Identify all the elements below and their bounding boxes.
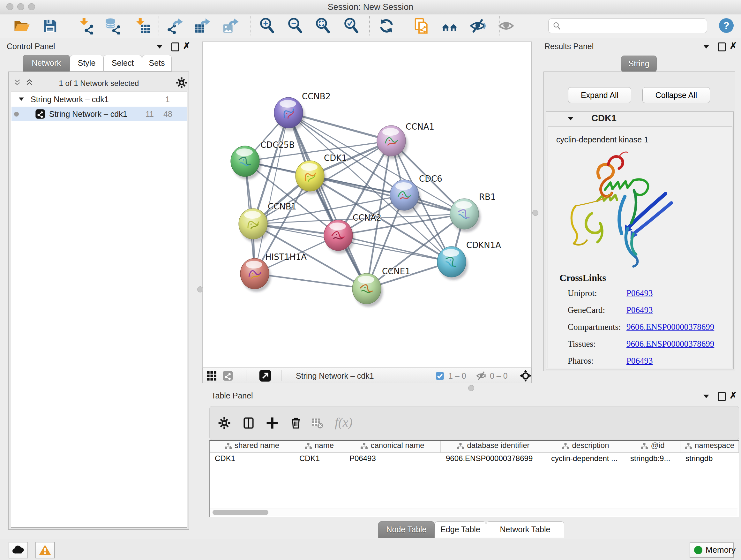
results-panel-title: Results Panel (544, 42, 594, 51)
delete-table-icon (311, 417, 323, 429)
splitter-handle[interactable] (197, 287, 203, 293)
scrollbar-thumb[interactable] (212, 510, 268, 515)
memory-label: Memory (705, 545, 736, 555)
eye-gray-icon[interactable] (497, 17, 515, 35)
zoom-out-icon[interactable] (287, 17, 304, 35)
zoom-in-icon[interactable] (259, 17, 276, 35)
network-tab-body: 1 of 1 Network selected String Network –… (8, 71, 189, 530)
selected-checkbox-icon[interactable] (435, 372, 444, 380)
crosslink-label: Pharos: (568, 356, 594, 366)
network-share-icon[interactable] (222, 370, 233, 381)
save-icon[interactable] (42, 17, 59, 35)
tab-network[interactable]: Network (23, 55, 70, 71)
column-header-database-identifier[interactable]: database identifier (441, 441, 546, 452)
table-row[interactable]: CDK1CDK1P064939606.ENSP00000378699cyclin… (210, 453, 739, 465)
pan-move-icon[interactable] (519, 369, 532, 382)
tab-edge-table[interactable]: Edge Table (434, 521, 486, 538)
network-node-HIST1H1A[interactable]: HIST1H1A (240, 252, 307, 292)
section-expander-icon[interactable] (568, 117, 574, 120)
column-header-name[interactable]: name (294, 441, 344, 452)
copy-style-icon[interactable] (413, 17, 430, 35)
control-panel: Control Panel ✗ NetworkStyleSelectSets 1… (3, 41, 190, 534)
crosslink-value-link[interactable]: P06493 (626, 305, 653, 315)
cloud-button[interactable] (9, 542, 28, 558)
network-edge[interactable] (288, 113, 367, 289)
export-table-icon[interactable] (194, 17, 211, 35)
network-node-CCNA1[interactable]: CCNA1 (377, 122, 434, 159)
network-node-RB1[interactable]: RB1 (450, 192, 495, 232)
column-header-description[interactable]: description (546, 441, 625, 452)
import-network-icon[interactable] (77, 17, 95, 35)
collapse-all-button[interactable]: Collapse All (643, 87, 710, 103)
column-header--id[interactable]: @id (625, 441, 680, 452)
tab-string[interactable]: String (621, 56, 657, 72)
crosslink-value-link[interactable]: 9606.ENSP00000378699 (626, 339, 714, 349)
add-column-icon[interactable] (265, 416, 279, 430)
column-header-namespace[interactable]: namespace (680, 441, 739, 452)
panel-menu-icon[interactable] (703, 45, 709, 49)
open-folder-icon[interactable] (13, 17, 30, 35)
import-table-icon[interactable] (134, 17, 151, 35)
warnings-button[interactable] (36, 542, 55, 558)
memory-button[interactable]: Memory (690, 543, 734, 558)
network-collection-row[interactable]: String Network – cdk1 1 (11, 92, 187, 107)
eye-slash-blue-icon[interactable] (469, 17, 486, 35)
float-panel-icon[interactable] (718, 392, 726, 401)
network-edge[interactable] (255, 113, 288, 273)
network-node-CDC6[interactable]: CDC6 (390, 174, 442, 213)
column-header-shared-name[interactable]: shared name (210, 441, 294, 452)
warning-icon (38, 543, 52, 557)
network-graph[interactable]: CCNB2 CCNA1 CDC25B (203, 42, 531, 368)
network-canvas[interactable]: CCNB2 CCNA1 CDC25B (202, 42, 532, 368)
refresh-icon[interactable] (378, 17, 395, 35)
network-node-CDC25B[interactable]: CDC25B (231, 140, 294, 179)
tab-select[interactable]: Select (104, 55, 142, 71)
tab-label: Network (31, 58, 61, 68)
collection-expander-icon[interactable] (19, 98, 24, 101)
zoom-fit-icon[interactable] (315, 17, 332, 35)
tab-style[interactable]: Style (70, 55, 104, 71)
export-network-icon[interactable] (166, 17, 184, 35)
help-button[interactable]: ? (719, 18, 734, 33)
horizontal-scrollbar[interactable] (210, 509, 738, 516)
network-list: String Network – cdk1 1 String Network –… (11, 91, 187, 528)
table-toolbar: f(x) (209, 406, 739, 440)
crosslink-value-link[interactable]: 9606.ENSP00000378699 (626, 322, 714, 332)
delete-column-trash-icon[interactable] (289, 416, 303, 430)
tab-node-table[interactable]: Node Table (378, 521, 434, 538)
network-options-gear-icon[interactable] (175, 76, 188, 89)
float-panel-icon[interactable] (172, 43, 179, 51)
network-edge[interactable] (338, 235, 452, 262)
table-settings-gear-icon[interactable] (217, 416, 231, 430)
network-node-CCNE1[interactable]: CCNE1 (352, 266, 410, 307)
panel-menu-icon[interactable] (157, 45, 162, 49)
tab-network-table[interactable]: Network Table (486, 521, 564, 538)
show-columns-icon[interactable] (242, 416, 256, 430)
splitter-handle[interactable] (532, 210, 538, 216)
panel-menu-icon[interactable] (703, 395, 709, 398)
search-input[interactable] (564, 20, 702, 31)
import-database-icon[interactable] (105, 17, 122, 35)
homes-icon[interactable] (441, 17, 459, 35)
column-header-canonical-name[interactable]: canonical name (344, 441, 441, 452)
expand-all-button[interactable]: Expand All (568, 87, 631, 103)
close-panel-icon[interactable]: ✗ (730, 42, 737, 50)
network-row[interactable]: String Network – cdk1 11 48 (11, 107, 187, 121)
detach-view-icon[interactable] (259, 369, 272, 382)
status-bar: Memory (0, 539, 741, 560)
grid-view-icon[interactable] (206, 370, 217, 381)
close-panel-icon[interactable]: ✗ (183, 42, 190, 50)
crosslink-value-link[interactable]: P06493 (626, 356, 653, 366)
hidden-eye-slash-icon[interactable] (476, 370, 487, 381)
float-panel-icon[interactable] (718, 43, 726, 51)
tab-sets[interactable]: Sets (142, 55, 172, 71)
network-edge-count: 48 (163, 110, 172, 119)
cloud-icon (11, 543, 25, 557)
export-image-icon[interactable] (222, 17, 240, 35)
close-panel-icon[interactable]: ✗ (730, 391, 737, 400)
network-node-CDKN1A[interactable]: CDKN1A (437, 240, 501, 280)
crosslink-value-link[interactable]: P06493 (626, 288, 653, 298)
tab-label: Select (112, 58, 134, 68)
network-edge[interactable] (255, 273, 367, 289)
zoom-selected-icon[interactable] (343, 17, 360, 35)
